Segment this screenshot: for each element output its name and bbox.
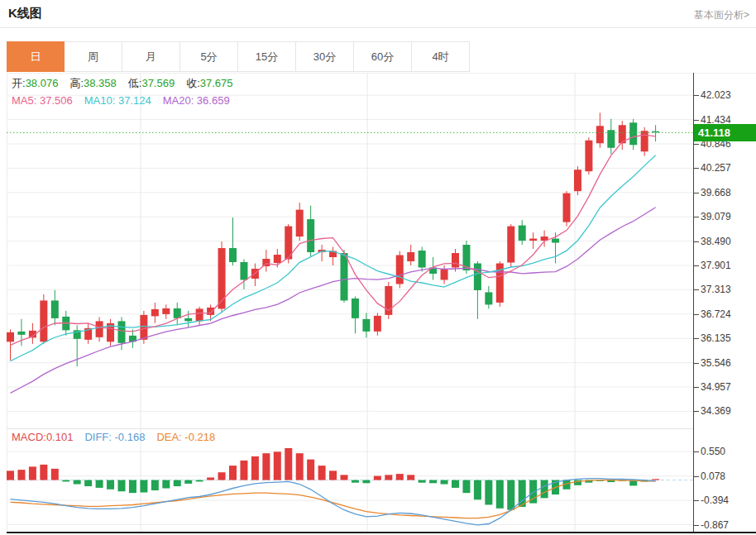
candle-body-up <box>441 270 448 279</box>
macd-bar-positive <box>207 477 214 480</box>
candle-body-up <box>296 210 304 236</box>
tab-interval-0[interactable]: 日 <box>7 41 65 72</box>
macd-bar-positive <box>318 466 326 480</box>
macd-bar-positive <box>285 448 292 480</box>
macd-bar-positive <box>329 471 337 480</box>
macd-bar-positive <box>17 470 25 480</box>
macd-value: MACD:0.101 <box>12 431 73 443</box>
macd-bar-negative <box>84 480 92 486</box>
candle-body-down <box>118 321 126 342</box>
candle-body-down <box>240 262 247 279</box>
price-tick-label-dash <box>693 144 699 145</box>
candle-body-down <box>474 264 481 290</box>
candle-body-down <box>419 251 426 267</box>
macd-tick-label: -0.394 <box>701 494 755 507</box>
macd-bar-negative <box>196 480 203 482</box>
price-tick-label: 34.369 <box>701 404 755 418</box>
macd-tick-label-dash <box>693 525 699 526</box>
candle-body-down <box>174 308 181 318</box>
macd-bar-positive <box>396 474 404 480</box>
fundamental-analysis-link[interactable]: 基本面分析> <box>694 8 749 22</box>
price-tick-label: 34.957 <box>701 380 755 394</box>
macd-bar-negative <box>96 480 103 488</box>
ma5-value: MA5: 37.506 <box>12 94 73 107</box>
ma20-value: MA20: 36.659 <box>163 94 230 107</box>
interval-tabbar: 日周月5分15分30分60分4时 <box>7 41 470 72</box>
tab-interval-6[interactable]: 60分 <box>354 41 412 72</box>
macd-bar-negative <box>419 480 426 483</box>
tab-interval-1[interactable]: 周 <box>65 41 122 72</box>
price-tick-label-dash <box>693 120 699 121</box>
candle-body-up <box>151 309 159 316</box>
macd-bar-negative <box>129 480 136 494</box>
candle-body-down <box>352 299 359 318</box>
price-tick-label-dash <box>693 168 699 169</box>
macd-bar-negative <box>140 480 147 493</box>
candle-body-up <box>585 141 592 171</box>
macd-bar-negative <box>74 480 81 485</box>
macd-bar-negative <box>462 480 470 494</box>
diff-value: DIFF: -0.168 <box>84 431 145 443</box>
candle-body-down <box>17 332 25 335</box>
candle-body-down <box>229 248 237 262</box>
macd-bar-negative <box>352 480 359 483</box>
price-tick-label-dash <box>693 387 699 388</box>
macd-bar-positive <box>385 475 392 480</box>
candlestick-chart[interactable] <box>7 73 693 428</box>
dea-value: DEA: -0.218 <box>156 431 215 443</box>
candle-body-up <box>396 256 404 284</box>
high-value: 38.358 <box>84 77 117 89</box>
candle-body-down <box>341 253 348 300</box>
price-tick-label: 37.901 <box>701 259 755 272</box>
macd-tick-label-dash <box>693 476 699 477</box>
macd-chart[interactable] <box>7 429 693 533</box>
candle-body-up <box>452 253 459 267</box>
chart-bottom-border <box>7 532 756 533</box>
header-divider <box>0 27 756 28</box>
macd-tick-label: 0.550 <box>701 445 755 458</box>
price-tick-label: 39.079 <box>701 210 755 223</box>
low-label: 低: <box>128 77 142 89</box>
price-tick-label-dash <box>693 411 699 412</box>
macd-bar-positive <box>341 475 348 480</box>
macd-bar-negative <box>485 480 492 505</box>
ohlc-readout: 开:38.076高:38.358低:37.569收:37.675 <box>12 76 233 91</box>
candle-body-up <box>96 321 103 337</box>
macd-bar-negative <box>474 480 481 500</box>
macd-readout: MACD:0.101DIFF: -0.168DEA: -0.218 <box>12 431 215 443</box>
macd-tick-label: 0.078 <box>701 470 755 483</box>
tab-interval-7[interactable]: 4时 <box>412 41 470 72</box>
candle-body-up <box>196 308 203 321</box>
macd-bar-positive <box>229 466 237 480</box>
macd-bar-negative <box>452 480 459 488</box>
macd-bar-negative <box>62 480 69 482</box>
macd-bar-positive <box>374 476 381 480</box>
open-label: 开: <box>12 77 26 89</box>
price-tick-label-dash <box>693 95 699 96</box>
candle-body-up <box>40 300 47 342</box>
open-value: 38.076 <box>26 77 59 89</box>
candle-body-down <box>184 318 192 321</box>
macd-bar-positive <box>652 479 659 480</box>
candle-body-up <box>596 126 604 143</box>
macd-bar-negative <box>541 480 548 499</box>
candle-body-up <box>207 308 214 315</box>
price-tick-label-dash <box>693 363 699 364</box>
macd-bar-negative <box>429 480 437 484</box>
tab-interval-2[interactable]: 月 <box>122 41 180 72</box>
tab-interval-4[interactable]: 15分 <box>238 41 296 72</box>
candle-body-down <box>519 226 526 241</box>
macd-tick-label: -0.867 <box>701 518 755 532</box>
macd-bar-positive <box>218 472 226 480</box>
candle-body-down <box>485 292 492 304</box>
tab-interval-5[interactable]: 30分 <box>296 41 354 72</box>
panel-separator <box>7 428 693 429</box>
price-axis-line <box>693 73 694 533</box>
ma-readout: MA5: 37.506MA10: 37.124MA20: 36.659 <box>12 94 230 107</box>
macd-bar-positive <box>307 460 314 480</box>
price-tick-label-dash <box>693 314 699 315</box>
tab-interval-3[interactable]: 5分 <box>180 41 238 72</box>
price-tick-label: 42.023 <box>701 88 755 102</box>
price-tick-label: 36.724 <box>701 308 755 321</box>
price-tick-label-dash <box>693 289 699 290</box>
